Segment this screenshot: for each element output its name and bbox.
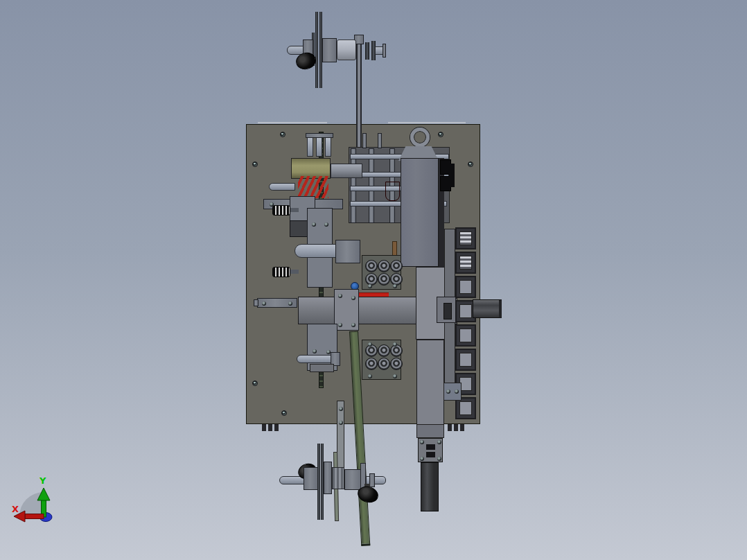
mount-detail [426,444,435,450]
plate-screw[interactable] [281,410,287,416]
arm-mount-plate[interactable] [418,438,443,462]
chain-mount [443,383,462,401]
hanging-bar-screw [339,421,343,425]
connector-cable [449,164,455,187]
bearing [390,260,403,272]
arm-neck [416,424,444,438]
top-pulley-flange-right [365,42,369,60]
arm-screw [262,301,266,306]
top-pulley-hub [322,38,337,62]
chain-link [455,227,476,250]
coil-spring[interactable] [298,176,328,198]
knob-stem [290,208,299,212]
stage-pin [378,133,382,148]
chain-link [455,276,476,298]
chain-bracket [437,297,456,323]
small-cylinder [307,137,313,157]
eyebolt-ring[interactable] [410,128,430,147]
gray-spool[interactable] [331,164,362,178]
bottom-pulley-collar-right [369,473,375,487]
mid-cylinder-block [335,240,360,263]
bearing-block-lower[interactable] [362,340,401,380]
pulley-strap[interactable] [356,36,362,152]
mount-screw [446,390,450,394]
plate-screw[interactable] [468,161,473,167]
bearing [365,344,378,357]
bearing [390,358,403,370]
carriage-screw [351,323,355,327]
mount-screw [420,457,424,461]
lower-shaft[interactable] [297,355,331,363]
column-screw [313,349,317,353]
top-pulley-spool[interactable] [337,40,356,60]
arm-tip [254,299,258,306]
block-screw [368,342,372,347]
plate-foot-left [262,424,279,431]
carriage-screw [338,323,342,327]
block-screw [393,342,397,347]
stage-pin [362,133,367,148]
chain-link [455,349,476,371]
small-cylinder [325,137,331,157]
bearing [390,344,403,357]
plate-screw[interactable] [252,380,258,386]
plate-top-edge-highlight-left [258,122,327,123]
block-screw [368,374,372,378]
knurled-knob[interactable] [272,267,290,277]
plate-screw[interactable] [252,161,258,167]
bearing [365,260,378,272]
left-arm-lower[interactable] [257,298,297,308]
carriage-screw [351,296,355,300]
mount-screw [437,440,441,444]
bearing-block-upper[interactable] [362,255,401,290]
mount-screw [420,440,424,444]
y-axis-label: Y [39,475,46,486]
vertical-arm[interactable] [416,340,444,438]
top-pulley-disc[interactable] [315,12,318,88]
mount-detail [426,452,435,457]
arm-screw [288,301,292,306]
column-screw [324,222,328,227]
bearing [365,358,378,370]
cylinder-cap-bar [306,133,333,138]
bearing [378,344,390,357]
block-screw [393,284,397,288]
cad-viewport[interactable]: Y X [0,0,747,560]
red-roller[interactable] [385,182,400,201]
bearing [378,358,390,370]
bracket-slot [443,303,452,320]
right-rail[interactable] [473,299,502,318]
dark-cylinder [290,220,308,237]
bottom-pulley-flange-mid [324,462,332,494]
bearing [365,273,378,286]
bottom-pulley-spacers [332,467,344,489]
lower-dark-bar[interactable] [421,462,439,511]
plate-top-edge-highlight-right [388,122,466,123]
chain-link [455,252,476,274]
bottom-pulley-hub-left [304,467,318,490]
plate-screw[interactable] [438,132,443,137]
plate-screw[interactable] [280,132,285,137]
column-screw [312,222,316,227]
orientation-triad: Y X [10,473,58,525]
motor-tower[interactable] [401,158,439,267]
knurled-knob[interactable] [272,205,290,216]
chain-link [455,324,476,347]
mount-screw [437,457,441,461]
block-screw [368,284,372,288]
left-shaft-upper[interactable] [269,183,295,191]
bearing [390,273,403,286]
bearing [378,273,390,286]
top-pulley-end-cap [383,44,386,58]
knob-stem [290,270,299,274]
hanging-bar-screw [339,407,343,411]
x-axis-label: X [12,504,19,514]
carriage-screw [338,294,342,298]
x-axis-shaft [25,514,44,519]
bearing [378,260,390,272]
bottom-pulley-hub-right [344,469,361,490]
small-cylinder [316,137,322,157]
carriage-block[interactable] [334,289,359,331]
hanging-bar[interactable] [337,401,344,469]
bottom-pulley-disc[interactable] [317,444,320,520]
